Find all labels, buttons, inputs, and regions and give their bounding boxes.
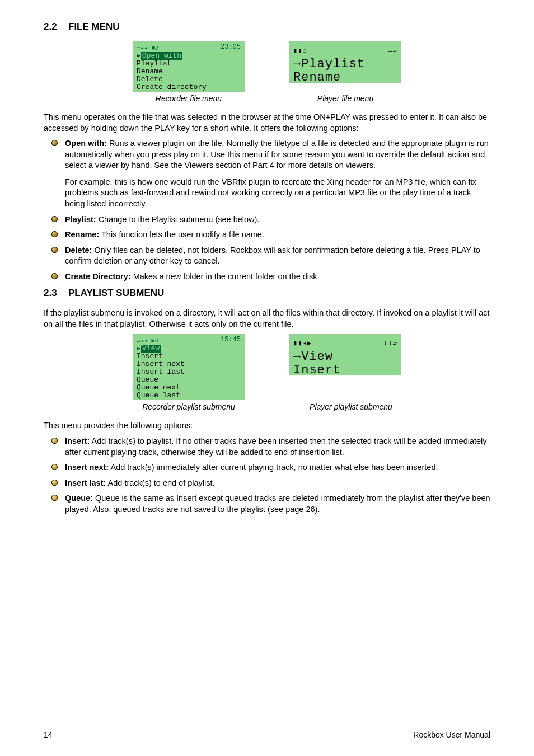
lcd-line: Insert last — [137, 368, 241, 376]
page-number: 14 — [44, 730, 53, 739]
bullet-label: Delete: — [65, 246, 92, 255]
bullet-label: Playlist: — [65, 215, 96, 224]
lcd-player-icons-left: ▮▮⌂ — [293, 44, 307, 58]
lcd-line: ▸Open with — [137, 52, 241, 60]
bullet-text: Only files can be deleted, not folders. … — [65, 246, 480, 266]
heading-2-3-title: PLAYLIST SUBMENU — [68, 288, 164, 298]
figure-2: 15:45 ▭◂◂ ▶↺ ▸View Insert Insert next In… — [44, 334, 490, 400]
bullet-insert-next: Insert next: Add track(s) immediately af… — [44, 462, 490, 473]
bullet-text: Makes a new folder in the current folder… — [131, 272, 320, 281]
bullet-text: Add track(s) immediately after current p… — [109, 463, 438, 472]
bullet-open-with: Open with: Runs a viewer plugin on the f… — [44, 138, 490, 209]
bullet-rename: Rename: This function lets the user modi… — [44, 229, 490, 241]
bullet-label: Insert last: — [65, 478, 106, 487]
bullet-open-with-sub: For example, this is how one would run t… — [65, 177, 490, 210]
heading-2-2-num: 2.2 — [44, 21, 68, 32]
lcd-player-icons-right: ▭▱ — [388, 44, 397, 58]
bullet-text: Change to the Playlist submenu (see belo… — [96, 215, 260, 224]
bullet-text: Add track(s) to end of playlist. — [106, 478, 214, 487]
bullet-text: Runs a viewer plugin on the file. Normal… — [65, 139, 489, 170]
bullet-create-directory: Create Directory: Makes a new folder in … — [44, 271, 490, 283]
heading-2-3: 2.3PLAYLIST SUBMENU — [44, 288, 490, 299]
figure-1-captions: Recorder file menu Player file menu — [44, 94, 490, 103]
bullet-label: Create Directory: — [65, 272, 131, 281]
lcd-recorder-playlist-submenu: 15:45 ▭◂◂ ▶↺ ▸View Insert Insert next In… — [133, 334, 245, 400]
bullet-label: Insert: — [65, 436, 90, 445]
lcd-clock: 15:45 — [221, 336, 241, 344]
page-footer: 14 Rockbox User Manual — [44, 730, 490, 739]
figure-1: 23:05 ▭◂◂ ■↺ ▸Open with Playlist Rename … — [44, 41, 490, 92]
bullet-insert-last: Insert last: Add track(s) to end of play… — [44, 478, 490, 489]
lcd-line: Delete — [137, 76, 241, 83]
para-23-after: This menu provides the following options… — [44, 420, 490, 431]
bullet-queue: Queue: Queue is the same as Insert excep… — [44, 493, 490, 515]
lcd-line: Queue next — [137, 384, 241, 392]
para-22-intro: This menu operates on the file that was … — [44, 112, 490, 134]
lcd-player-line1: →View — [293, 350, 397, 364]
lcd-line: Queue — [137, 376, 241, 384]
lcd-clock: 23:05 — [221, 43, 241, 51]
caption-player: Player file menu — [289, 94, 401, 103]
lcd-selected-item: Open with — [141, 52, 182, 60]
lcd-player-playlist-submenu: ▮▮◂▶ ⟨⟩▱ →View Insert — [289, 334, 401, 375]
caption-recorder: Recorder playlist submenu — [127, 402, 250, 411]
footer-title: Rockbox User Manual — [413, 730, 490, 739]
bullets-23: Insert: Add track(s) to playlist. If no … — [44, 436, 490, 515]
lcd-player-line1: →Playlist — [293, 58, 397, 71]
bullet-label: Queue: — [65, 494, 93, 503]
lcd-line: ▸View — [137, 345, 241, 353]
lcd-line: Queue last — [137, 392, 241, 400]
para-23-intro: If the playlist submenu is invoked on a … — [44, 308, 490, 330]
lcd-line: Insert — [137, 353, 241, 360]
bullet-text: Queue is the same as Insert except queue… — [65, 494, 490, 514]
bullet-text: Add track(s) to playlist. If no other tr… — [65, 436, 487, 457]
lcd-player-line2: Insert — [293, 364, 397, 377]
bullet-playlist: Playlist: Change to the Playlist submenu… — [44, 214, 490, 226]
bullet-label: Rename: — [65, 230, 99, 239]
bullet-label: Open with: — [65, 139, 107, 148]
lcd-line: Playlist — [137, 60, 241, 68]
lcd-line: Create directory — [137, 83, 241, 91]
lcd-player-icons-right: ⟨⟩▱ — [383, 337, 397, 350]
bullet-insert: Insert: Add track(s) to playlist. If no … — [44, 436, 490, 458]
bullet-label: Insert next: — [65, 463, 109, 472]
lcd-line: Insert next — [137, 360, 241, 368]
caption-recorder: Recorder file menu — [133, 94, 245, 103]
lcd-player-file-menu: ▮▮⌂ ▭▱ →Playlist Rename — [289, 41, 401, 83]
caption-player: Player playlist submenu — [295, 402, 407, 411]
heading-2-2-title: FILE MENU — [68, 21, 120, 32]
lcd-player-icons-left: ▮▮◂▶ — [293, 337, 312, 350]
lcd-selected-item: View — [141, 345, 161, 353]
bullet-text: This function lets the user modify a fil… — [99, 230, 264, 239]
figure-2-captions: Recorder playlist submenu Player playlis… — [44, 402, 490, 411]
bullets-22: Open with: Runs a viewer plugin on the f… — [44, 138, 490, 282]
lcd-recorder-file-menu: 23:05 ▭◂◂ ■↺ ▸Open with Playlist Rename … — [133, 41, 245, 92]
heading-2-3-num: 2.3 — [44, 288, 68, 299]
lcd-line: Rename — [137, 68, 241, 76]
lcd-player-line2: Rename — [293, 71, 397, 84]
bullet-delete: Delete: Only files can be deleted, not f… — [44, 245, 490, 267]
heading-2-2: 2.2FILE MENU — [44, 21, 490, 32]
